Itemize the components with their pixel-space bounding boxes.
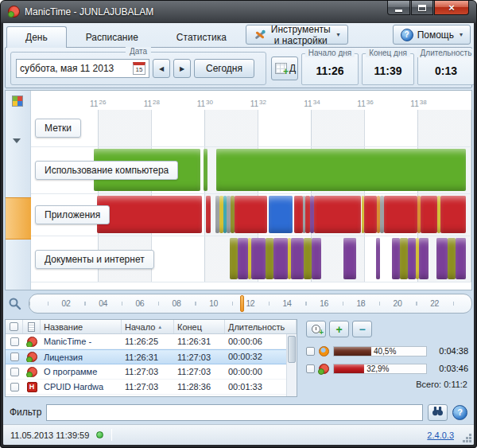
usage-bar: 40,5% bbox=[333, 346, 427, 356]
zoom-magnifier-icon[interactable] bbox=[8, 297, 21, 314]
date-group-label: Дата bbox=[126, 47, 151, 56]
date-value: суббота, мая 11 2013 bbox=[20, 63, 130, 74]
row-label-tags[interactable]: Метки bbox=[35, 119, 81, 138]
row-end: 11:26:31 bbox=[174, 337, 225, 346]
window-title: ManicTime - JUNLAJUBALAM bbox=[25, 6, 153, 18]
column-header-start[interactable]: Начало▲ bbox=[122, 320, 174, 333]
tab-bar: День Расписание Статистика Инструменты и… bbox=[6, 25, 471, 47]
chevron-down-icon: ▾ bbox=[337, 31, 340, 38]
timeline-axis: 1126112811301132113411361138 bbox=[31, 91, 471, 110]
status-separator bbox=[111, 429, 112, 441]
search-button[interactable] bbox=[428, 404, 448, 421]
table-scrollbar[interactable] bbox=[286, 334, 297, 396]
day-end-value: 11:39 bbox=[363, 64, 413, 77]
help-button[interactable]: ? Помощь ▾ bbox=[393, 25, 471, 45]
scrubber-selection[interactable] bbox=[240, 295, 245, 312]
calendar-icon[interactable]: 15 bbox=[133, 62, 145, 75]
row-label-documents[interactable]: Документы и интернет bbox=[35, 250, 154, 269]
timeline-row-computer-usage[interactable]: Использование компьютера bbox=[31, 147, 471, 194]
duration-value: 0:13 bbox=[418, 64, 474, 77]
add-clock-button[interactable]: + bbox=[306, 321, 326, 337]
timeline-palette-icon[interactable] bbox=[12, 95, 23, 107]
date-panel: Дата суббота, мая 11 2013 15 ◀ ▶ Сегодня… bbox=[5, 47, 472, 88]
tab-day[interactable]: День bbox=[6, 26, 67, 48]
column-header-duration[interactable]: Длительность bbox=[225, 320, 297, 333]
filter-help-button[interactable]: ? bbox=[452, 405, 467, 420]
row-name: Лицензия bbox=[41, 353, 122, 362]
row-end: 11:27:03 bbox=[174, 367, 225, 376]
resize-grip[interactable] bbox=[462, 433, 471, 442]
maximize-button[interactable] bbox=[411, 1, 433, 15]
row-start: 11:27:03 bbox=[122, 367, 174, 376]
row-label-applications[interactable]: Приложения bbox=[35, 205, 110, 224]
titlebar[interactable]: ManicTime - JUNLAJUBALAM × bbox=[1, 1, 476, 23]
row-checkbox[interactable] bbox=[306, 364, 315, 373]
summary-row[interactable]: 32,9% 0:03:46 bbox=[306, 360, 468, 376]
usage-bar: 32,9% bbox=[333, 364, 427, 374]
timeline-row-applications[interactable]: Приложения bbox=[31, 194, 471, 236]
app-icon-manictime bbox=[27, 352, 37, 362]
scrubber-area: 0204060810121416182022 bbox=[5, 294, 472, 314]
add-tag-button[interactable]: + Д bbox=[271, 56, 298, 80]
usage-percent: 32,9% bbox=[366, 364, 389, 373]
timeline-rows: Метки Использование компьютера Приложени… bbox=[31, 110, 471, 290]
timeline-row-tags[interactable]: Метки bbox=[31, 110, 471, 147]
table-row[interactable]: H CPUID Hardwa 11:27:03 11:28:36 00:01:3… bbox=[6, 380, 297, 395]
version-link[interactable]: 2.4.0.3 bbox=[427, 430, 454, 440]
selected-row-marker bbox=[6, 197, 31, 240]
table-row[interactable]: О программе 11:27:03 11:27:03 00:00:00 bbox=[6, 364, 297, 380]
app-icon-manictime bbox=[27, 367, 37, 377]
summary-row[interactable]: 40,5% 0:04:38 bbox=[306, 343, 468, 359]
minimize-button[interactable] bbox=[387, 1, 410, 15]
row-label-computer-usage[interactable]: Использование компьютера bbox=[35, 161, 178, 180]
prev-day-button[interactable]: ◀ bbox=[153, 59, 170, 78]
select-all-checkbox[interactable] bbox=[10, 322, 18, 331]
usage-bar-fill bbox=[334, 364, 364, 373]
row-name: ManicTime - bbox=[41, 337, 122, 346]
tools-settings-button[interactable]: Инструменты и настройки ▾ bbox=[246, 25, 348, 45]
collapse-arrow-icon[interactable] bbox=[13, 138, 21, 143]
close-button[interactable]: × bbox=[434, 1, 469, 15]
app-icon-firefox bbox=[319, 346, 329, 356]
minimize-icon bbox=[395, 10, 402, 12]
table-body: ManicTime - 11:26:25 11:26:31 00:00:06 Л… bbox=[6, 334, 297, 395]
date-group: Дата суббота, мая 11 2013 15 ◀ ▶ Сегодня bbox=[10, 52, 266, 85]
sort-asc-icon: ▲ bbox=[157, 325, 162, 329]
row-start: 11:26:31 bbox=[122, 353, 174, 362]
tab-schedule[interactable]: Расписание bbox=[67, 28, 157, 47]
day-scrubber[interactable]: 0204060810121416182022 bbox=[29, 294, 472, 314]
maximize-icon bbox=[418, 5, 426, 11]
column-header-end[interactable]: Конец bbox=[174, 320, 225, 333]
status-datetime: 11.05.2013 11:39:59 bbox=[10, 430, 89, 440]
row-checkbox[interactable] bbox=[10, 383, 19, 392]
today-button[interactable]: Сегодня bbox=[194, 59, 254, 78]
next-day-button[interactable]: ▶ bbox=[173, 59, 191, 78]
table-row-selected[interactable]: Лицензия 11:26:31 11:27:03 00:00:32 bbox=[6, 349, 297, 364]
row-checkbox[interactable] bbox=[10, 368, 19, 376]
timeline-panel: 1126112811301132113411361138 Метки Испол… bbox=[5, 90, 472, 290]
plus-icon: + bbox=[335, 324, 342, 335]
row-checkbox[interactable] bbox=[10, 353, 19, 361]
row-checkbox[interactable] bbox=[306, 347, 315, 356]
timeline-gutter bbox=[6, 91, 31, 290]
row-checkbox[interactable] bbox=[10, 337, 19, 346]
add-button[interactable]: + bbox=[329, 321, 349, 337]
help-label: Помощь bbox=[417, 29, 454, 41]
activity-table: Название Начало▲ Конец Длительность Mani… bbox=[5, 319, 297, 397]
remove-button[interactable]: − bbox=[352, 321, 372, 337]
table-row[interactable]: ManicTime - 11:26:25 11:26:31 00:00:06 bbox=[6, 334, 297, 349]
bottom-area: Название Начало▲ Конец Длительность Mani… bbox=[5, 319, 472, 399]
scrollbar-thumb[interactable] bbox=[288, 336, 296, 363]
column-header-name[interactable]: Название bbox=[41, 320, 122, 333]
day-end-box: Конец дня 11:39 bbox=[362, 53, 414, 85]
date-input[interactable]: суббота, мая 11 2013 15 bbox=[16, 59, 149, 78]
tab-statistics[interactable]: Статистика bbox=[157, 28, 246, 47]
top-toolbar: Инструменты и настройки ▾ ? Помощь ▾ bbox=[246, 25, 471, 47]
timeline-row-documents[interactable]: Документы и интернет bbox=[31, 236, 471, 282]
duration-label: Длительность bbox=[417, 49, 474, 57]
table-header: Название Начало▲ Конец Длительность bbox=[6, 320, 297, 334]
summary-panel: + + − 40,5% 0:04:38 bbox=[302, 319, 472, 399]
row-name: О программе bbox=[41, 367, 122, 376]
filter-input[interactable] bbox=[46, 404, 423, 421]
manictime-window: ManicTime - JUNLAJUBALAM × День Расписан… bbox=[0, 0, 477, 448]
